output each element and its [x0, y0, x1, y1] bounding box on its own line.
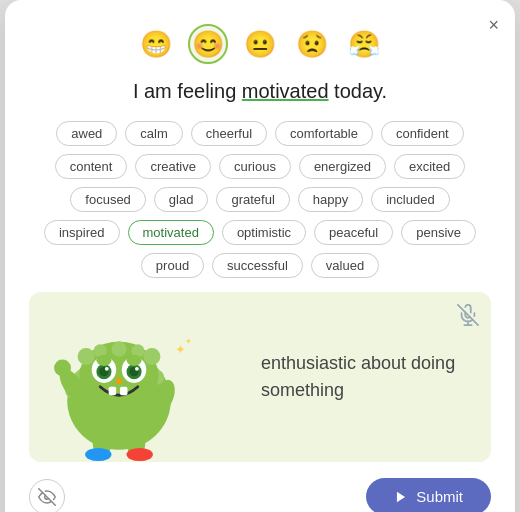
emoji-angry[interactable]: 😤 — [344, 24, 384, 64]
feeling-word: motivated — [242, 80, 329, 102]
mute-button[interactable] — [457, 304, 479, 331]
svg-rect-24 — [109, 387, 117, 395]
svg-point-17 — [105, 367, 109, 371]
tag-successful[interactable]: successful — [212, 253, 303, 278]
tag-creative[interactable]: creative — [135, 154, 211, 179]
tag-happy[interactable]: happy — [298, 187, 363, 212]
tag-content[interactable]: content — [55, 154, 128, 179]
tags-container: awedcalmcheerfulcomfortableconfidentcont… — [29, 121, 491, 278]
tag-curious[interactable]: curious — [219, 154, 291, 179]
svg-point-33 — [85, 448, 111, 461]
tag-comfortable[interactable]: comfortable — [275, 121, 373, 146]
feeling-pre: I am feeling — [133, 80, 242, 102]
emoji-very-happy[interactable]: 😁 — [136, 24, 176, 64]
svg-text:✦: ✦ — [185, 337, 192, 346]
emoji-sad[interactable]: 😟 — [292, 24, 332, 64]
tag-proud[interactable]: proud — [141, 253, 204, 278]
emoji-neutral[interactable]: 😐 — [240, 24, 280, 64]
tag-awed[interactable]: awed — [56, 121, 117, 146]
svg-point-21 — [135, 367, 139, 371]
svg-point-9 — [78, 348, 95, 365]
tag-confident[interactable]: confident — [381, 121, 464, 146]
svg-marker-40 — [397, 491, 405, 502]
tag-pensive[interactable]: pensive — [401, 220, 476, 245]
svg-rect-25 — [120, 387, 128, 395]
submit-label: Submit — [416, 488, 463, 505]
illustration-area: ✦ ✦ enthusiastic about doing something — [29, 292, 491, 462]
eye-off-icon — [38, 488, 56, 506]
bottom-bar: Submit — [29, 478, 491, 512]
tag-motivated[interactable]: motivated — [128, 220, 214, 245]
tag-grateful[interactable]: grateful — [216, 187, 289, 212]
close-button[interactable]: × — [488, 16, 499, 34]
illustration-description: enthusiastic about doing something — [261, 350, 461, 404]
feeling-modal: × 😁😊😐😟😤 I am feeling motivated today. aw… — [5, 0, 515, 512]
feeling-post: today. — [329, 80, 388, 102]
tag-excited[interactable]: excited — [394, 154, 465, 179]
emoji-row: 😁😊😐😟😤 — [29, 24, 491, 64]
tag-focused[interactable]: focused — [70, 187, 146, 212]
svg-point-30 — [54, 359, 71, 376]
tag-cheerful[interactable]: cheerful — [191, 121, 267, 146]
feeling-sentence: I am feeling motivated today. — [29, 80, 491, 103]
svg-point-23 — [127, 355, 142, 366]
submit-button[interactable]: Submit — [366, 478, 491, 512]
tag-inspired[interactable]: inspired — [44, 220, 120, 245]
svg-point-22 — [96, 355, 111, 366]
submit-play-icon — [394, 490, 408, 504]
tag-valued[interactable]: valued — [311, 253, 379, 278]
svg-point-35 — [127, 448, 153, 461]
tag-calm[interactable]: calm — [125, 121, 182, 146]
svg-point-10 — [143, 348, 160, 365]
svg-point-26 — [116, 378, 122, 384]
monster-illustration: ✦ ✦ — [29, 302, 209, 462]
tag-glad[interactable]: glad — [154, 187, 209, 212]
hide-button[interactable] — [29, 479, 65, 513]
tag-energized[interactable]: energized — [299, 154, 386, 179]
tag-optimistic[interactable]: optimistic — [222, 220, 306, 245]
tag-included[interactable]: included — [371, 187, 449, 212]
tag-peaceful[interactable]: peaceful — [314, 220, 393, 245]
emoji-happy[interactable]: 😊 — [188, 24, 228, 64]
svg-point-11 — [111, 342, 126, 357]
